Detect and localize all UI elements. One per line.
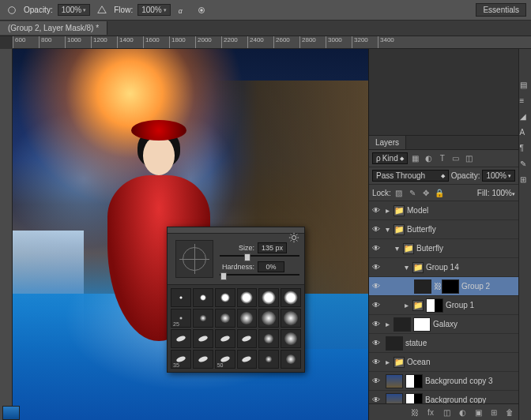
brush-preset[interactable]: 25 bbox=[171, 309, 191, 328]
new-layer-icon[interactable]: ⊞ bbox=[488, 407, 499, 418]
pressure-opacity-icon[interactable] bbox=[95, 3, 109, 17]
layer-name[interactable]: Butterfly bbox=[407, 225, 515, 234]
document-tab[interactable]: (Group 2, Layer Mask/8) * bbox=[0, 21, 107, 35]
layer-row[interactable]: 👁⛓Group 2 bbox=[369, 277, 518, 296]
mask-thumb[interactable] bbox=[426, 298, 443, 313]
brush-preset[interactable] bbox=[193, 309, 213, 328]
disclosure-icon[interactable]: ▾ bbox=[383, 225, 391, 234]
visibility-icon[interactable]: 👁 bbox=[369, 396, 383, 403]
layer-name[interactable]: Ocean bbox=[407, 358, 515, 366]
layer-thumb[interactable] bbox=[394, 317, 411, 332]
brush-preset[interactable]: 35 bbox=[171, 350, 191, 369]
visibility-icon[interactable]: 👁 bbox=[369, 301, 383, 309]
visibility-icon[interactable]: 👁 bbox=[369, 263, 383, 272]
brush-preset[interactable] bbox=[171, 288, 191, 307]
layer-name[interactable]: Background copy 3 bbox=[425, 377, 515, 385]
airbrush-icon[interactable]: α bbox=[175, 3, 190, 17]
filter-type-icon[interactable]: T bbox=[437, 153, 448, 164]
flow-field[interactable]: 100%▾ bbox=[137, 4, 171, 16]
visibility-icon[interactable]: 👁 bbox=[369, 244, 383, 253]
filter-kind-select[interactable]: ρKind◆ bbox=[372, 152, 408, 164]
brush-preset[interactable]: 50 bbox=[215, 350, 235, 369]
brush-preset[interactable] bbox=[193, 329, 213, 348]
brush-preset[interactable] bbox=[237, 350, 258, 369]
group-icon[interactable]: ▣ bbox=[473, 407, 484, 418]
size-field[interactable]: 135 px bbox=[258, 242, 287, 253]
layer-name[interactable]: statue bbox=[405, 339, 515, 347]
canvas[interactable]: Size: 135 px Hardness: 0% 253550 bbox=[13, 49, 368, 420]
brush-preset[interactable] bbox=[237, 309, 258, 328]
workspace-switcher[interactable]: Essentials bbox=[476, 3, 526, 17]
brush-preset[interactable] bbox=[215, 288, 235, 307]
brush-preset[interactable] bbox=[281, 309, 301, 328]
toolstrip-misc-icon[interactable]: ⊞ bbox=[520, 175, 531, 186]
brush-panel-header[interactable] bbox=[168, 227, 304, 234]
fill-field[interactable]: 100%▾ bbox=[491, 189, 515, 197]
filter-smart-icon[interactable]: ◫ bbox=[464, 153, 475, 164]
toolstrip-history-icon[interactable]: ≡ bbox=[520, 96, 531, 107]
layer-group-row[interactable]: 👁▸📁Model bbox=[369, 201, 518, 220]
layer-name[interactable]: Buterfly bbox=[416, 244, 515, 253]
lock-pixels-icon[interactable]: ✎ bbox=[407, 187, 418, 198]
layer-opacity-field[interactable]: 100%▾ bbox=[482, 170, 515, 182]
disclosure-icon[interactable]: ▾ bbox=[402, 263, 410, 272]
brush-preset[interactable] bbox=[171, 329, 191, 348]
blend-mode-select[interactable]: Pass Through◆ bbox=[372, 170, 449, 182]
layer-name[interactable]: Group 2 bbox=[461, 282, 515, 291]
visibility-icon[interactable]: 👁 bbox=[369, 320, 383, 328]
mask-icon[interactable]: ◫ bbox=[441, 407, 452, 418]
layer-name[interactable]: Group 1 bbox=[446, 301, 515, 309]
layer-group-row[interactable]: 👁▾📁Buterfly bbox=[369, 239, 518, 258]
brush-preset[interactable] bbox=[258, 329, 279, 348]
trash-icon[interactable]: 🗑 bbox=[504, 407, 515, 418]
toolstrip-paths-icon[interactable]: ◢ bbox=[520, 112, 531, 123]
layer-group-row[interactable]: 👁▾📁Group 14 bbox=[369, 258, 518, 277]
layer-group-row[interactable]: 👁▸📁Group 1 bbox=[369, 296, 518, 315]
brush-preset[interactable] bbox=[193, 288, 213, 307]
toolstrip-para-icon[interactable]: ¶ bbox=[520, 144, 531, 155]
layer-name[interactable]: Background copy bbox=[425, 396, 515, 403]
layer-name[interactable]: Group 14 bbox=[426, 263, 515, 272]
filter-shape-icon[interactable]: ▭ bbox=[450, 153, 461, 164]
layer-group-row[interactable]: 👁▾📁Butterfly bbox=[369, 220, 518, 239]
brush-preset[interactable] bbox=[258, 350, 279, 369]
visibility-icon[interactable]: 👁 bbox=[369, 225, 383, 234]
layer-thumb[interactable] bbox=[414, 279, 431, 294]
pressure-size-icon[interactable] bbox=[194, 3, 209, 17]
brush-preset[interactable] bbox=[215, 309, 235, 328]
brush-preset[interactable] bbox=[258, 309, 279, 328]
disclosure-icon[interactable]: ▸ bbox=[402, 301, 410, 309]
layers-list[interactable]: 👁▸📁Model👁▾📁Butterfly👁▾📁Buterfly👁▾📁Group … bbox=[369, 201, 518, 403]
brush-preset[interactable] bbox=[281, 288, 301, 307]
layer-row[interactable]: 👁statue bbox=[369, 334, 518, 353]
layer-row[interactable]: 👁Background copy 3 bbox=[369, 372, 518, 391]
toolstrip-brush-icon[interactable]: ✎ bbox=[520, 159, 531, 171]
brush-preset[interactable] bbox=[281, 329, 301, 348]
ruler-horizontal[interactable]: 6008001000120014001600180020002200240026… bbox=[13, 36, 531, 49]
mask-thumb[interactable] bbox=[405, 393, 423, 404]
collapsed-panels[interactable] bbox=[369, 49, 518, 136]
layer-name[interactable]: Model bbox=[407, 206, 515, 215]
mask-thumb[interactable] bbox=[413, 317, 431, 332]
layer-name[interactable]: Galaxy bbox=[433, 320, 515, 328]
visibility-icon[interactable]: 👁 bbox=[369, 377, 383, 385]
brush-angle-control[interactable] bbox=[175, 240, 213, 278]
lock-transparent-icon[interactable]: ▨ bbox=[394, 187, 405, 198]
mask-thumb[interactable] bbox=[405, 374, 423, 388]
link-layers-icon[interactable]: ⛓ bbox=[409, 407, 420, 418]
brush-preset[interactable] bbox=[237, 288, 258, 307]
layer-thumb[interactable] bbox=[386, 336, 403, 351]
fx-icon[interactable]: fx bbox=[425, 407, 436, 418]
lock-all-icon[interactable]: 🔒 bbox=[434, 187, 445, 198]
layer-thumb[interactable] bbox=[386, 393, 403, 404]
visibility-icon[interactable]: 👁 bbox=[369, 358, 383, 366]
brush-preset[interactable] bbox=[237, 329, 258, 348]
hardness-field[interactable]: 0% bbox=[258, 261, 284, 272]
layer-group-row[interactable]: 👁▸📁Ocean bbox=[369, 353, 518, 372]
visibility-icon[interactable]: 👁 bbox=[369, 206, 383, 215]
disclosure-icon[interactable]: ▸ bbox=[383, 358, 391, 366]
opacity-field[interactable]: 100%▾ bbox=[58, 4, 91, 16]
layer-row[interactable]: 👁Background copy bbox=[369, 391, 518, 403]
mask-thumb[interactable] bbox=[442, 279, 459, 294]
ruler-vertical[interactable] bbox=[0, 49, 13, 420]
